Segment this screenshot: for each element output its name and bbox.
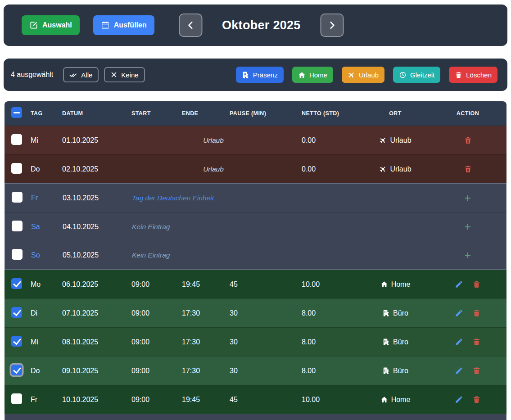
select-none-button[interactable]: Keine (104, 67, 145, 82)
pause-minutes: 30 (226, 309, 298, 317)
edit-button[interactable] (455, 280, 463, 289)
row-checkbox[interactable] (11, 278, 22, 289)
delete-button[interactable] (472, 366, 481, 375)
timesheet-page: Auswahl Ausfüllen Oktober 2025 4 ausgewä… (0, 0, 511, 420)
add-entry-button[interactable] (463, 251, 472, 260)
day-label: Do (27, 165, 59, 173)
pause-minutes: 30 (226, 367, 298, 375)
trash-icon (472, 280, 481, 289)
delete-button[interactable] (472, 309, 481, 317)
row-checkbox[interactable] (11, 336, 22, 347)
month-toolbar: Auswahl Ausfüllen Oktober 2025 (4, 5, 507, 46)
day-label: Mi (27, 136, 59, 145)
home-icon (298, 71, 306, 79)
bulk-actions: Präsenz Home Urlaub Gleitzeit Löschen (236, 67, 497, 83)
pencil-icon (455, 309, 463, 317)
select-all-button[interactable]: Alle (63, 67, 99, 82)
row-checkbox[interactable] (12, 249, 23, 260)
col-header-tag: TAG (27, 110, 59, 117)
loeschen-label: Löschen (466, 71, 492, 79)
col-header-netto: NETTO (STD) (298, 110, 362, 117)
row-checkbox[interactable] (12, 221, 23, 231)
edit-square-icon (29, 21, 38, 30)
praesenz-button[interactable]: Präsenz (236, 67, 284, 83)
action-cell (430, 222, 506, 231)
select-all-checkbox[interactable] (11, 107, 22, 118)
day-label: Di (27, 309, 59, 317)
action-cell (429, 165, 506, 173)
end-time: 17:30 (179, 338, 226, 346)
delete-button[interactable] (472, 338, 481, 346)
add-entry-button[interactable] (463, 194, 472, 203)
table-row: Sa 04.10.2025 Kein Eintrag (5, 212, 506, 241)
pencil-icon (455, 395, 463, 404)
add-entry-button[interactable] (463, 222, 472, 231)
delete-button[interactable] (464, 136, 472, 145)
urlaub-button[interactable]: Urlaub (342, 67, 384, 83)
row-checkbox[interactable] (12, 192, 23, 203)
date-label: 02.10.2025 (59, 165, 128, 173)
location-label: Urlaub (390, 136, 411, 145)
edit-button[interactable] (455, 338, 463, 346)
pause-minutes: 45 (226, 396, 298, 404)
ausfuellen-button[interactable]: Ausfüllen (93, 15, 154, 35)
edit-button[interactable] (455, 366, 463, 375)
pencil-icon (455, 280, 463, 289)
loeschen-button[interactable]: Löschen (449, 67, 497, 83)
plus-icon (463, 222, 472, 231)
plane-icon (379, 165, 387, 173)
trash-icon (472, 395, 481, 404)
action-cell (429, 366, 506, 375)
edit-button[interactable] (455, 395, 463, 404)
row-checkbox[interactable] (11, 365, 22, 375)
delete-button[interactable] (472, 395, 481, 404)
trash-icon (464, 165, 472, 173)
table-row-partial (5, 414, 506, 420)
netto-hours: 0.00 (298, 165, 362, 173)
building-icon (382, 338, 390, 346)
checkbox-cell (5, 278, 27, 291)
delete-button[interactable] (472, 280, 481, 289)
col-header-pause: PAUSE (MIN) (226, 110, 298, 117)
row-checkbox[interactable] (11, 307, 22, 318)
netto-hours: 8.00 (298, 367, 362, 375)
table-row: Mi 01.10.2025 Urlaub 0.00 Urlaub (5, 126, 506, 154)
building-icon (242, 71, 249, 79)
prev-month-button[interactable] (179, 14, 202, 37)
row-checkbox[interactable] (11, 163, 22, 174)
table-row: Do 02.10.2025 Urlaub 0.00 Urlaub (5, 154, 506, 183)
row-checkbox[interactable] (11, 393, 22, 404)
auswahl-button[interactable]: Auswahl (22, 15, 80, 35)
location-label: Büro (393, 309, 408, 317)
home-button[interactable]: Home (292, 67, 333, 83)
delete-button[interactable] (464, 165, 472, 173)
location-cell: Home (362, 396, 429, 404)
day-label: Do (27, 367, 59, 375)
netto-hours: 10.00 (298, 280, 362, 289)
checkbox-cell (5, 134, 27, 147)
netto-hours: 8.00 (298, 309, 362, 317)
day-label: Fr (28, 194, 59, 202)
date-label: 04.10.2025 (59, 223, 129, 231)
day-label: Sa (28, 223, 59, 231)
month-navigation: Oktober 2025 (179, 14, 344, 37)
action-cell (429, 395, 506, 404)
checkbox-cell (5, 307, 27, 320)
ausfuellen-label: Ausfüllen (114, 21, 147, 29)
end-time: 19:45 (179, 280, 226, 289)
row-note: Urlaub (128, 165, 298, 173)
next-month-button[interactable] (321, 14, 344, 37)
row-checkbox[interactable] (11, 134, 22, 145)
trash-icon (472, 366, 481, 375)
select-all-checkbox-cell (5, 107, 27, 120)
row-note: Urlaub (128, 136, 298, 145)
netto-hours: 8.00 (298, 338, 362, 346)
location-label: Home (391, 396, 411, 404)
edit-button[interactable] (455, 309, 463, 317)
date-label: 10.10.2025 (59, 396, 128, 404)
day-label: So (28, 251, 59, 259)
start-time: 09:00 (128, 367, 179, 375)
date-label: 07.10.2025 (59, 309, 128, 317)
gleitzeit-button[interactable]: Gleitzeit (393, 67, 440, 83)
day-label: Fr (27, 396, 59, 404)
